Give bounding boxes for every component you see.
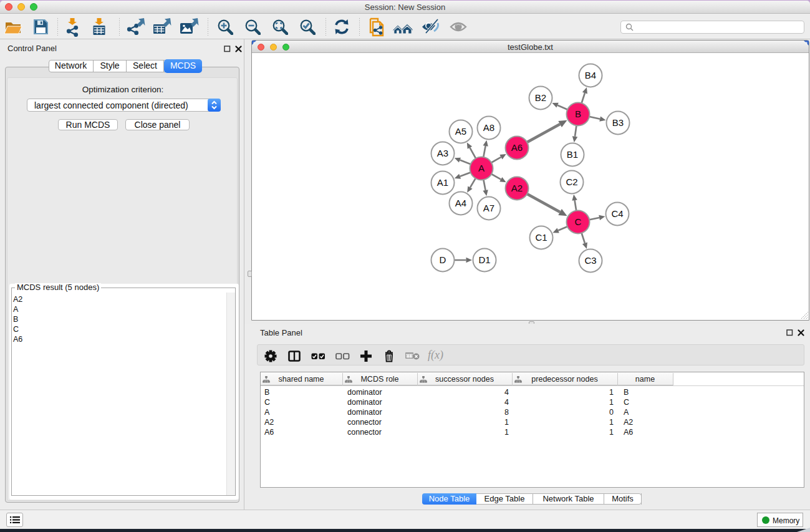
svg-text:A4: A4 [455, 198, 466, 208]
svg-text:A: A [478, 163, 485, 173]
svg-text:A3: A3 [437, 148, 448, 158]
svg-text:A2: A2 [511, 183, 523, 193]
svg-text:B4: B4 [585, 70, 596, 80]
svg-text:A8: A8 [483, 122, 494, 133]
svg-text:B: B [575, 109, 581, 119]
svg-text:C4: C4 [611, 208, 623, 219]
svg-text:A7: A7 [483, 203, 494, 213]
svg-text:C2: C2 [566, 177, 577, 187]
svg-text:D1: D1 [478, 254, 490, 265]
svg-text:A1: A1 [437, 177, 448, 188]
svg-text:A5: A5 [455, 126, 466, 137]
svg-text:C1: C1 [535, 232, 547, 243]
svg-text:B2: B2 [535, 92, 546, 103]
svg-text:D: D [440, 254, 446, 265]
svg-text:C: C [575, 216, 582, 227]
svg-text:C3: C3 [584, 255, 596, 266]
svg-text:A6: A6 [511, 142, 523, 153]
svg-text:B3: B3 [612, 117, 624, 128]
svg-text:B1: B1 [567, 149, 578, 160]
